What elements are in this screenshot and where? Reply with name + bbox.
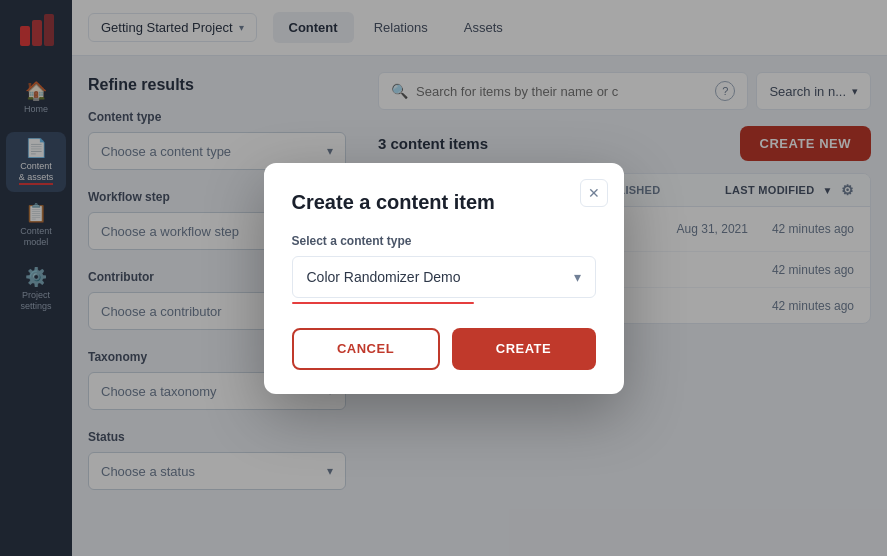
modal-actions: CANCEL CREATE: [292, 328, 596, 370]
chevron-down-icon: ▾: [574, 269, 581, 285]
cancel-button[interactable]: CANCEL: [292, 328, 440, 370]
content-type-select[interactable]: Color Randomizer Demo ▾: [292, 256, 596, 298]
modal-field-label: Select a content type: [292, 234, 596, 248]
create-button[interactable]: CREATE: [452, 328, 596, 370]
select-underline: [292, 302, 474, 304]
content-type-selected-value: Color Randomizer Demo: [307, 269, 461, 285]
modal-close-button[interactable]: ✕: [580, 179, 608, 207]
modal-overlay[interactable]: ✕ Create a content item Select a content…: [0, 0, 887, 556]
modal-title: Create a content item: [292, 191, 596, 214]
create-content-modal: ✕ Create a content item Select a content…: [264, 163, 624, 394]
